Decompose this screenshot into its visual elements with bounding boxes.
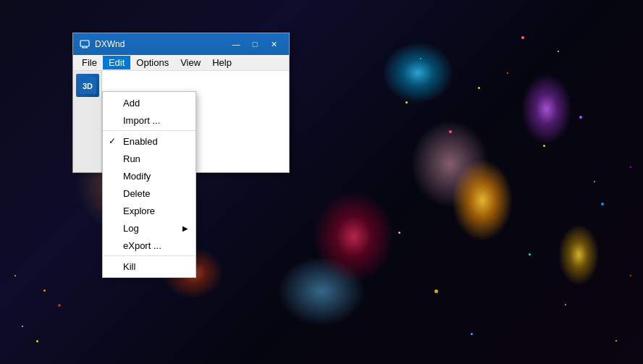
maximize-button[interactable]: □ — [245, 37, 264, 51]
close-button[interactable]: ✕ — [264, 37, 283, 51]
menu-view[interactable]: View — [175, 56, 206, 69]
menu-options[interactable]: Options — [130, 56, 175, 69]
context-menu: Add Import ... Enabled Run Modify Delete… — [102, 91, 196, 278]
svg-rect-0 — [80, 41, 89, 46]
ctx-enabled[interactable]: Enabled — [103, 132, 196, 150]
ctx-explore[interactable]: Explore — [103, 202, 196, 219]
menu-help[interactable]: Help — [206, 56, 238, 69]
svg-text:3D: 3D — [82, 82, 92, 90]
window-content: 3D Add Import ... Enabled Run — [73, 71, 289, 172]
ctx-log-arrow: ▶ — [182, 224, 188, 232]
sidebar-panel: 3D — [73, 71, 102, 172]
menu-edit[interactable]: Edit — [103, 56, 130, 69]
ctx-add[interactable]: Add — [103, 94, 196, 111]
menu-file[interactable]: File — [76, 56, 103, 69]
ctx-modify[interactable]: Modify — [103, 167, 196, 185]
ctx-run[interactable]: Run — [103, 150, 196, 167]
ctx-delete[interactable]: Delete — [103, 185, 196, 202]
minimize-button[interactable]: — — [227, 37, 245, 51]
ctx-separator-2 — [103, 255, 196, 256]
ctx-import[interactable]: Import ... — [103, 111, 196, 129]
menu-bar: File Edit Options View Help — [73, 55, 289, 71]
app-window: DXWnd — □ ✕ File Edit Options View Help … — [72, 33, 290, 173]
sidebar-3d-icon: 3D — [76, 74, 99, 97]
window-title: DXWnd — [95, 39, 227, 49]
window-controls: — □ ✕ — [227, 37, 283, 51]
ctx-export[interactable]: eXport ... — [103, 237, 196, 254]
ctx-kill[interactable]: Kill — [103, 258, 196, 275]
ctx-log[interactable]: Log ▶ — [103, 219, 196, 237]
window-icon — [79, 38, 91, 50]
ctx-separator-1 — [103, 130, 196, 131]
title-bar[interactable]: DXWnd — □ ✕ — [73, 33, 289, 55]
